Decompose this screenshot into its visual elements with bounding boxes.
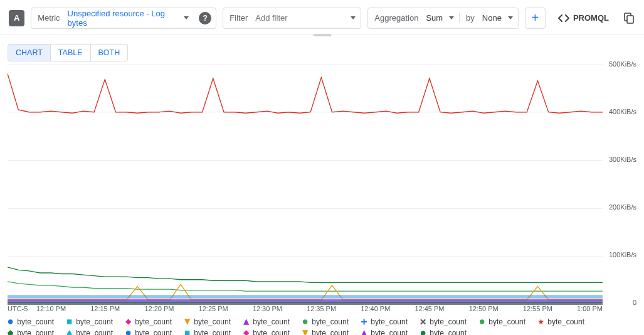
legend-item[interactable]: byte_count	[125, 317, 172, 326]
legend-label: byte_count	[76, 329, 113, 335]
filter-input[interactable]	[254, 9, 348, 28]
chart-area: 0100KiB/s200KiB/s300KiB/s400KiB/s500KiB/…	[8, 64, 636, 312]
query-toolbar: A Metric Unspecified resource - Log byte…	[0, 0, 644, 35]
legend-item[interactable]: byte_count	[66, 317, 113, 326]
legend-label: byte_count	[135, 317, 172, 326]
x-tick-label: 12:45 PM	[414, 305, 444, 312]
svg-point-24	[421, 331, 425, 335]
chevron-down-icon	[184, 16, 189, 19]
svg-rect-20	[185, 331, 189, 335]
filter-group: Filter	[223, 8, 361, 29]
y-tick-label: 200KiB/s	[609, 203, 636, 211]
legend-item[interactable]: byte_count	[538, 317, 584, 326]
legend-label: byte_count	[135, 329, 172, 335]
chevron-down-icon[interactable]	[449, 16, 454, 19]
legend-label: byte_count	[430, 329, 467, 335]
legend-item[interactable]: byte_count	[243, 329, 290, 335]
legend-label: byte_count	[253, 317, 290, 326]
legend-item[interactable]: byte_count	[184, 317, 231, 326]
timezone-label: UTC-5	[8, 305, 36, 312]
help-icon[interactable]: ?	[199, 12, 211, 24]
tab-table[interactable]: TABLE	[51, 44, 91, 61]
svg-point-8	[8, 319, 13, 324]
chart-plot[interactable]	[8, 64, 603, 302]
legend-label: byte_count	[76, 317, 113, 326]
filter-label: Filter	[223, 13, 254, 23]
svg-rect-15	[361, 321, 367, 322]
x-tick-label: 12:50 PM	[469, 305, 499, 312]
svg-marker-23	[361, 330, 367, 335]
svg-marker-18	[8, 330, 13, 335]
legend-label: byte_count	[194, 317, 231, 326]
legend-item[interactable]: byte_count	[420, 317, 467, 326]
legend-label: byte_count	[488, 317, 525, 326]
legend-label: byte_count	[253, 329, 290, 335]
svg-marker-21	[243, 330, 249, 335]
x-tick-label: 12:35 PM	[307, 305, 336, 312]
legend-label: byte_count	[17, 329, 54, 335]
promql-toggle[interactable]: PROMQL	[558, 13, 609, 23]
x-tick-label: 12:15 PM	[90, 305, 120, 312]
legend-item[interactable]: byte_count	[479, 317, 525, 326]
tab-chart[interactable]: CHART	[8, 44, 51, 61]
chart-legend: byte_countbyte_countbyte_countbyte_count…	[0, 312, 644, 335]
metric-value[interactable]: Unspecified resource - Log bytes	[66, 9, 198, 28]
legend-label: byte_count	[547, 317, 584, 326]
copy-icon[interactable]	[624, 13, 634, 24]
svg-marker-12	[243, 319, 249, 324]
legend-item[interactable]: byte_count	[361, 329, 408, 335]
chevron-down-icon[interactable]	[508, 16, 513, 19]
svg-point-16	[480, 319, 484, 324]
x-tick-label: 12:10 PM	[36, 305, 66, 312]
y-tick-label: 500KiB/s	[609, 60, 636, 68]
tab-both[interactable]: BOTH	[91, 44, 129, 61]
legend-item[interactable]: byte_count	[8, 317, 54, 326]
legend-item[interactable]: byte_count	[184, 329, 231, 335]
aggregation-label: Aggregation	[368, 13, 425, 23]
svg-point-13	[303, 319, 307, 324]
code-icon	[558, 14, 569, 23]
legend-item[interactable]: byte_count	[361, 317, 408, 326]
legend-item[interactable]: byte_count	[8, 329, 54, 335]
legend-item[interactable]: byte_count	[420, 329, 467, 335]
promql-label: PROMQL	[573, 13, 609, 23]
add-query-button[interactable]: +	[525, 8, 546, 29]
y-tick-label: 300KiB/s	[609, 156, 636, 163]
x-tick-label: 12:30 PM	[253, 305, 282, 312]
legend-label: byte_count	[312, 317, 349, 326]
metric-value-text: Unspecified resource - Log bytes	[68, 9, 182, 28]
y-tick-label: 400KiB/s	[609, 108, 636, 115]
x-tick-label: 12:55 PM	[523, 305, 552, 312]
x-axis: UTC-5 12:10 PM12:15 PM12:20 PM12:25 PM12…	[8, 305, 636, 312]
legend-label: byte_count	[430, 317, 467, 326]
legend-label: byte_count	[312, 329, 349, 335]
svg-marker-22	[302, 330, 308, 335]
legend-item[interactable]: byte_count	[302, 329, 349, 335]
chevron-down-icon[interactable]	[351, 16, 356, 19]
y-tick-label: 100KiB/s	[609, 251, 636, 258]
x-tick-label: 12:25 PM	[199, 305, 228, 312]
drag-handle[interactable]	[314, 34, 331, 36]
legend-item[interactable]: byte_count	[302, 317, 349, 326]
legend-item[interactable]: byte_count	[66, 329, 113, 335]
x-tick-label: 1:00 PM	[577, 305, 603, 312]
view-tabs: CHART TABLE BOTH	[8, 44, 644, 61]
metric-selector[interactable]: Metric Unspecified resource - Log bytes …	[31, 8, 216, 29]
svg-marker-10	[125, 319, 131, 324]
metric-label: Metric	[31, 13, 66, 23]
legend-label: byte_count	[371, 329, 408, 335]
svg-rect-9	[67, 319, 71, 324]
x-tick-label: 12:20 PM	[144, 305, 174, 312]
svg-point-19	[126, 331, 130, 335]
query-letter-badge: A	[9, 10, 24, 26]
legend-item[interactable]: byte_count	[243, 317, 290, 326]
legend-label: byte_count	[371, 317, 408, 326]
y-axis: 0100KiB/s200KiB/s300KiB/s400KiB/s500KiB/…	[603, 64, 636, 302]
svg-rect-1	[627, 16, 633, 23]
svg-marker-17	[538, 319, 544, 324]
aggregation-value[interactable]: Sum	[425, 13, 446, 23]
legend-item[interactable]: byte_count	[125, 329, 172, 335]
by-value[interactable]: None	[481, 13, 505, 23]
legend-label: byte_count	[17, 317, 54, 326]
y-tick-label: 0	[633, 299, 636, 306]
